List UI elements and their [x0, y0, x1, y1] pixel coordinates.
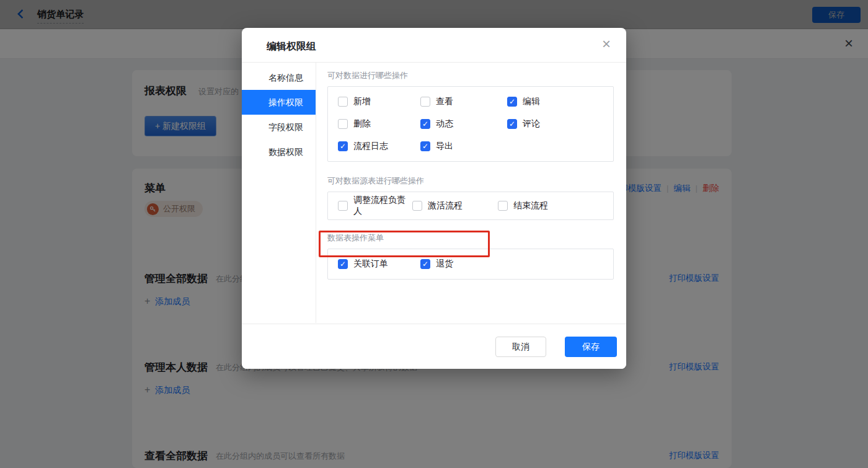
checkbox-item[interactable]: 激活流程	[412, 195, 498, 217]
modal-tab-2[interactable]: 字段权限	[242, 115, 316, 139]
checkbox-unchecked-icon[interactable]	[338, 119, 348, 129]
section-label: 可对数据源表进行哪些操作	[327, 175, 614, 187]
checkbox-item[interactable]: ✓关联订单	[338, 253, 420, 275]
checkbox-unchecked-icon[interactable]	[420, 97, 430, 107]
checkbox-label: 关联订单	[353, 258, 388, 270]
modal-tab-list: 名称信息操作权限字段权限数据权限	[242, 63, 316, 323]
checkbox-group: ✓关联订单✓退货	[327, 249, 614, 280]
modal-footer: 取消 保存	[242, 324, 626, 369]
checkbox-label: 编辑	[523, 96, 540, 107]
edit-permission-group-modal: 编辑权限组 × 名称信息操作权限字段权限数据权限 可对数据进行哪些操作新增查看✓…	[242, 28, 626, 369]
topbar-dim-overlay	[0, 0, 868, 29]
checkbox-item[interactable]: 查看	[420, 91, 507, 113]
checkbox-item[interactable]: 结束流程	[498, 195, 613, 217]
checkbox-checked-icon[interactable]: ✓	[420, 259, 430, 269]
checkbox-unchecked-icon[interactable]	[338, 97, 348, 107]
checkbox-label: 流程日志	[353, 141, 388, 152]
checkbox-item[interactable]: ✓流程日志	[338, 135, 420, 157]
checkbox-label: 结束流程	[513, 200, 548, 211]
cancel-button[interactable]: 取消	[495, 337, 546, 357]
checkbox-label: 评论	[523, 118, 540, 130]
checkbox-item[interactable]: 调整流程负责人	[338, 195, 412, 217]
checkbox-label: 删除	[353, 118, 371, 130]
checkbox-checked-icon[interactable]: ✓	[338, 259, 348, 269]
modal-tab-1[interactable]: 操作权限	[242, 90, 316, 115]
checkbox-item[interactable]: 新增	[338, 91, 420, 113]
checkbox-checked-icon[interactable]: ✓	[420, 141, 430, 151]
checkbox-item[interactable]: ✓编辑	[507, 91, 613, 113]
checkbox-checked-icon[interactable]: ✓	[507, 97, 517, 107]
checkbox-checked-icon[interactable]: ✓	[420, 119, 430, 129]
checkbox-group: 调整流程负责人激活流程结束流程	[327, 192, 614, 220]
checkbox-item[interactable]: ✓评论	[507, 113, 613, 135]
modal-tab-3[interactable]: 数据权限	[242, 139, 316, 164]
section-label: 可对数据进行哪些操作	[327, 70, 614, 81]
checkbox-item[interactable]: ✓动态	[420, 113, 507, 135]
modal-tab-0[interactable]: 名称信息	[242, 65, 316, 90]
checkbox-group: 新增查看✓编辑删除✓动态✓评论✓流程日志✓导出	[327, 86, 614, 162]
checkbox-checked-icon[interactable]: ✓	[338, 141, 348, 151]
modal-save-button[interactable]: 保存	[565, 337, 617, 357]
checkbox-item[interactable]: ✓退货	[420, 253, 507, 275]
checkbox-label: 新增	[353, 96, 371, 107]
checkbox-unchecked-icon[interactable]	[498, 201, 508, 211]
checkbox-label: 退货	[436, 258, 453, 270]
checkbox-unchecked-icon[interactable]	[412, 201, 422, 211]
checkbox-label: 激活流程	[428, 200, 463, 211]
modal-title: 编辑权限组	[267, 40, 316, 53]
checkbox-item[interactable]: 删除	[338, 113, 420, 135]
checkbox-label: 导出	[436, 141, 453, 152]
checkbox-unchecked-icon[interactable]	[338, 201, 348, 211]
modal-header: 编辑权限组 ×	[242, 28, 626, 63]
modal-content: 可对数据进行哪些操作新增查看✓编辑删除✓动态✓评论✓流程日志✓导出可对数据源表进…	[316, 63, 626, 323]
modal-close-icon[interactable]: ×	[602, 35, 611, 53]
checkbox-label: 调整流程负责人	[353, 195, 412, 217]
checkbox-label: 查看	[436, 96, 453, 107]
checkbox-checked-icon[interactable]: ✓	[507, 119, 517, 129]
checkbox-item[interactable]: ✓导出	[420, 135, 507, 157]
checkbox-label: 动态	[436, 118, 453, 130]
section-label: 数据表操作菜单	[327, 232, 614, 244]
